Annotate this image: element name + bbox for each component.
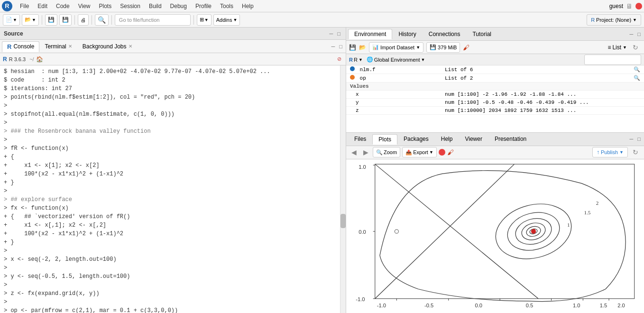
- monitor-icon: 🖥: [626, 2, 633, 10]
- export-dropdown-icon[interactable]: ▼: [429, 150, 433, 155]
- tab-presentation[interactable]: Presentation: [488, 134, 533, 144]
- var-search-cell[interactable]: 🔍: [630, 65, 644, 74]
- project-btn[interactable]: R Project: (None) ▼: [587, 14, 641, 26]
- open-dropdown-icon[interactable]: ▼: [32, 18, 36, 22]
- list-view-btn[interactable]: ≡ List ▼: [607, 44, 627, 51]
- env-min-btn[interactable]: ─: [628, 31, 635, 37]
- r-dropdown[interactable]: R R ▼: [349, 57, 363, 63]
- console-line: + x1 <- x[1]; x2 <- x[2]: [4, 161, 336, 170]
- open-file-btn[interactable]: 📂 ▼: [22, 14, 39, 26]
- publish-btn[interactable]: ↑ Publish ▼: [592, 147, 628, 157]
- env-tab-tutorial[interactable]: Tutorial: [466, 29, 497, 39]
- menu-build[interactable]: Build: [145, 2, 166, 10]
- tab-console[interactable]: R Console: [2, 41, 39, 52]
- addins-dropdown-icon[interactable]: ▼: [233, 18, 237, 22]
- menu-right: guest 🖥: [609, 2, 642, 10]
- var-search-icon[interactable]: 🔍: [634, 67, 640, 73]
- clear-console-btn[interactable]: ⊘: [336, 55, 343, 63]
- delete-plot-btn[interactable]: [439, 149, 445, 156]
- tab-terminal[interactable]: Terminal ✕: [39, 41, 77, 52]
- env-max-btn[interactable]: □: [636, 31, 642, 37]
- export-btn[interactable]: 📤 Export ▼: [402, 147, 437, 157]
- r-dropdown-chevron[interactable]: ▼: [359, 57, 363, 62]
- save-btn[interactable]: 💾: [45, 14, 57, 26]
- var-value-cell: num [1:100] -0.5 -0.48 -0.46 -0.439 -0.4…: [441, 99, 630, 107]
- tab-plots[interactable]: Plots: [372, 134, 397, 145]
- values-section-label: Values: [346, 83, 644, 91]
- console-min-btn[interactable]: ─: [330, 43, 337, 50]
- goto-input[interactable]: Go to file/function: [115, 14, 191, 26]
- publish-dropdown-icon[interactable]: ▼: [619, 150, 624, 155]
- tab-files[interactable]: Files: [348, 134, 372, 144]
- tab-bgjobs-close[interactable]: ✕: [129, 44, 132, 49]
- console-area[interactable]: $ hessian : num [1:3, 1:3] 2.00e+02 -4.0…: [0, 65, 340, 313]
- home-icon[interactable]: 🏠: [36, 56, 43, 63]
- clear-env-btn[interactable]: 🖌: [463, 44, 469, 51]
- console-max-btn[interactable]: □: [338, 43, 344, 50]
- clear-plots-btn[interactable]: 🖌: [447, 148, 454, 156]
- project-dropdown-icon[interactable]: ▼: [633, 18, 637, 22]
- import-dropdown-icon[interactable]: ▼: [416, 45, 420, 50]
- files-max-btn[interactable]: □: [636, 136, 642, 142]
- right-panel: Environment History Connections Tutorial…: [346, 28, 644, 313]
- scroll-thumb[interactable]: [340, 214, 346, 228]
- files-min-btn[interactable]: ─: [628, 136, 635, 142]
- print-btn[interactable]: 🖨: [78, 14, 89, 26]
- menu-edit[interactable]: Edit: [34, 2, 51, 10]
- menu-tools[interactable]: Tools: [216, 2, 237, 10]
- var-search-icon[interactable]: 🔍: [634, 75, 640, 81]
- menu-view[interactable]: View: [74, 2, 94, 10]
- menu-file[interactable]: File: [16, 2, 33, 10]
- menu-code[interactable]: Code: [52, 2, 74, 10]
- tab-viewer[interactable]: Viewer: [459, 134, 488, 144]
- env-row[interactable]: y num [1:100] -0.5 -0.48 -0.46 -0.439 -0…: [346, 99, 644, 107]
- env-row[interactable]: x num [1:100] -2 -1.96 -1.92 -1.88 -1.84…: [346, 91, 644, 99]
- tab-terminal-close[interactable]: ✕: [68, 44, 72, 49]
- env-tab-environment[interactable]: Environment: [348, 29, 392, 39]
- global-env-dropdown[interactable]: 🌐 Global Environment ▼: [367, 56, 425, 63]
- zoom-btn[interactable]: 🔍 Zoom: [373, 147, 400, 157]
- var-search-cell[interactable]: 🔍: [630, 74, 644, 83]
- menu-session[interactable]: Session: [116, 2, 144, 10]
- new-file-btn[interactable]: 📄 ▼: [3, 14, 20, 26]
- env-row[interactable]: nlm.f List of 6 🔍: [346, 65, 644, 74]
- plots-back-btn[interactable]: ◀: [349, 147, 359, 157]
- addins-btn[interactable]: Addins ▼: [213, 14, 240, 26]
- plots-forward-btn[interactable]: ▶: [361, 147, 371, 157]
- var-name: op: [360, 75, 366, 81]
- grid-dropdown-icon[interactable]: ▼: [204, 18, 209, 22]
- list-dropdown-icon[interactable]: ▼: [623, 45, 627, 50]
- import-label: Import Dataset: [380, 45, 414, 50]
- console-line: > fR <- function(x): [4, 144, 336, 153]
- source-max-btn[interactable]: □: [336, 30, 342, 37]
- menu-debug[interactable]: Debug: [166, 2, 191, 10]
- find-replace-btn[interactable]: 🔍: [95, 14, 109, 26]
- tab-packages[interactable]: Packages: [397, 134, 435, 144]
- console-line: + {: [4, 153, 336, 161]
- new-dropdown-icon[interactable]: ▼: [13, 18, 17, 22]
- menu-plots[interactable]: Plots: [95, 2, 116, 10]
- plots-refresh-btn[interactable]: ↻: [630, 147, 641, 157]
- load-env-icon: 📂: [359, 44, 366, 51]
- save-env-btn[interactable]: 💾: [349, 44, 356, 51]
- load-env-btn[interactable]: 📂: [359, 44, 366, 51]
- tab-help[interactable]: Help: [435, 134, 459, 144]
- env-search-input[interactable]: [584, 55, 641, 65]
- console-line: + 100*(x2 - x1*x1)^2 + (1-x1)^2: [4, 230, 336, 238]
- env-refresh-btn[interactable]: ↻: [630, 43, 641, 52]
- env-content[interactable]: nlm.f List of 6 🔍 op: [346, 65, 644, 132]
- env-row[interactable]: op List of 2 🔍: [346, 74, 644, 83]
- grid-btn[interactable]: ⊞ ▼: [197, 14, 212, 26]
- memory-btn[interactable]: 💾 379 MiB: [426, 42, 460, 53]
- env-dropdown-chevron[interactable]: ▼: [421, 57, 425, 62]
- source-min-btn[interactable]: ─: [328, 30, 335, 37]
- env-tab-history[interactable]: History: [392, 29, 422, 39]
- env-tab-connections[interactable]: Connections: [423, 29, 467, 39]
- save-all-btn[interactable]: 💾: [59, 14, 72, 26]
- menu-help[interactable]: Help: [238, 2, 258, 10]
- console-scrollbar[interactable]: [340, 65, 346, 313]
- menu-profile[interactable]: Profile: [192, 2, 215, 10]
- env-row[interactable]: z num [1:10000] 2034 1892 1759 1632 1513…: [346, 107, 644, 115]
- import-dataset-btn[interactable]: 📊 Import Dataset ▼: [369, 42, 423, 53]
- tab-background-jobs[interactable]: Background Jobs ✕: [77, 41, 138, 52]
